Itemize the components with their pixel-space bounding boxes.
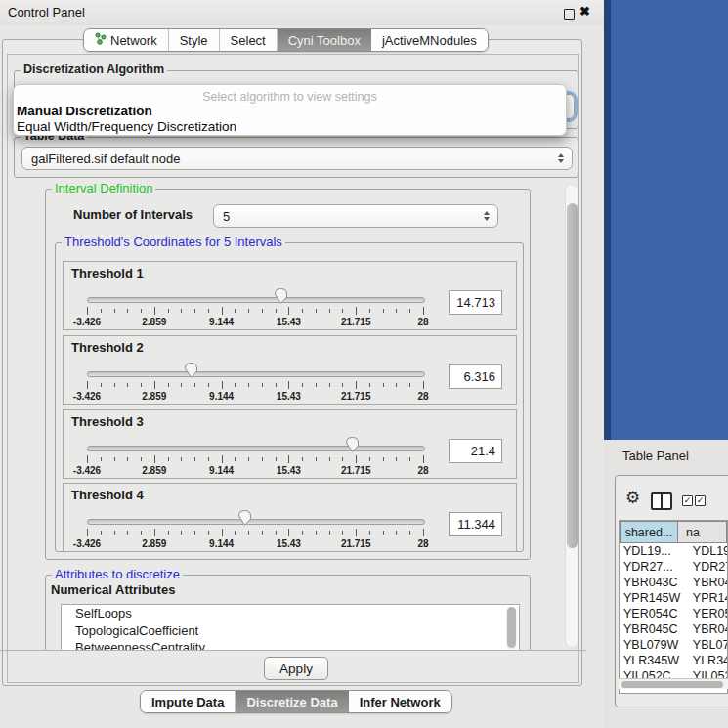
vertical-scrollbar-thumb[interactable] [567, 203, 578, 548]
tick-mark [114, 531, 115, 535]
tick-mark [101, 457, 102, 461]
tab-select[interactable]: Select [220, 29, 278, 51]
tab-label: Cyni Toolbox [288, 33, 361, 48]
tick-mark [316, 457, 317, 461]
tick-label: -3.426 [73, 391, 101, 402]
threshold-slider-track[interactable] [87, 371, 425, 377]
table-row[interactable]: YER054CYER054C [620, 606, 727, 621]
tick-label: 9.144 [209, 391, 234, 402]
close-icon[interactable]: ✖ [579, 4, 590, 19]
tick-mark [342, 531, 343, 535]
tick-mark [87, 455, 88, 463]
attribute-list-item[interactable]: BetweennessCentrality [62, 639, 519, 651]
table-row[interactable]: YLR345WYLR345W [620, 653, 727, 668]
threshold-slider-track[interactable] [87, 446, 425, 451]
tick-mark [222, 455, 223, 463]
tick-label: -3.426 [73, 317, 101, 327]
list-scrollbar-thumb[interactable] [507, 607, 516, 648]
tick-mark [423, 529, 424, 536]
table-data-selected-value: galFiltered.sif default node [31, 151, 180, 166]
tick-mark [262, 309, 263, 313]
tick-mark [168, 383, 169, 387]
table-data-combobox[interactable]: galFiltered.sif default node [21, 147, 573, 170]
tick-mark [208, 457, 209, 461]
tab-impute-data[interactable]: Impute Data [141, 691, 236, 712]
table-row[interactable]: YBR043CYBR043C [620, 575, 727, 590]
cell-shared-name: YBR045C [620, 622, 687, 636]
apply-button[interactable]: Apply [264, 657, 328, 680]
table-row[interactable]: YBL079WYBL079W [620, 637, 727, 653]
tick-mark [409, 309, 410, 313]
tick-mark [114, 457, 115, 461]
table-row[interactable]: YPR145WYPR145W [620, 590, 727, 606]
tab-network[interactable]: Network [84, 29, 169, 51]
table-row[interactable]: YBR045CYBR045C [620, 621, 727, 637]
gear-icon[interactable]: ⚙ [625, 490, 640, 506]
tick-label: 15.43 [277, 391, 301, 402]
tick-mark [141, 531, 142, 535]
tick-mark [262, 531, 263, 535]
threshold-slider-track[interactable] [87, 519, 425, 525]
interval-definition-title: Interval Definition [52, 182, 155, 195]
algorithm-option[interactable]: Equal Width/Frequency Discretization [17, 119, 236, 134]
tab-style[interactable]: Style [169, 29, 220, 51]
tick-mark [369, 531, 370, 535]
tick-mark [423, 381, 424, 389]
tab-infer-network[interactable]: Infer Network [349, 691, 451, 712]
table-header-row: shared... na [620, 521, 727, 543]
threshold-slider-track[interactable] [87, 297, 425, 303]
tab-cyni-toolbox[interactable]: Cyni Toolbox [278, 29, 371, 51]
tick-mark [101, 531, 102, 535]
tab-label: Discretize Data [246, 695, 337, 709]
table-row[interactable]: YDL19...YDL19... [620, 543, 727, 559]
combo-stepper-icon[interactable] [484, 211, 490, 221]
bottom-tab-bar: Impute DataDiscretize DataInfer Network [140, 690, 452, 713]
table-row[interactable]: YDR27...YDR27... [620, 559, 727, 575]
tick-mark [423, 455, 424, 463]
popup-hint-text: Select algorithm to view settings [14, 90, 566, 104]
tick-mark [235, 457, 236, 461]
tick-mark [127, 383, 128, 387]
threshold-value-field[interactable]: 21.4 [449, 439, 502, 463]
threshold-value-field[interactable]: 14.713 [449, 290, 502, 315]
tick-mark [316, 383, 317, 387]
cell-name: YBL079W [687, 638, 727, 652]
algorithm-option[interactable]: Manual Discretization [17, 104, 152, 118]
horizontal-scrollbar-thumb[interactable] [621, 681, 723, 688]
float-window-icon[interactable] [564, 9, 575, 20]
tick-label: 28 [417, 538, 428, 549]
attribute-list-item[interactable]: SelfLoops [62, 605, 519, 622]
column-header-shared-name[interactable]: shared... [620, 521, 678, 543]
threshold-value-field[interactable]: 6.316 [449, 364, 502, 389]
threshold-slider-thumb[interactable] [274, 287, 288, 305]
tick-mark [87, 381, 88, 389]
checkbox-icon[interactable]: ✓ [695, 495, 706, 506]
threshold-slider-thumb[interactable] [184, 362, 198, 379]
table-body: YDL19...YDL19...YDR27...YDR27...YBR043CY… [620, 543, 727, 684]
tick-mark [127, 457, 128, 461]
tab-discretize-data[interactable]: Discretize Data [236, 691, 348, 712]
column-header-name[interactable]: na [678, 521, 727, 543]
tick-mark [383, 457, 384, 461]
columns-icon[interactable] [651, 492, 672, 510]
tick-mark [288, 455, 289, 463]
tick-mark [194, 383, 195, 387]
tick-mark [248, 531, 249, 535]
threshold-value-field[interactable]: 11.344 [449, 512, 502, 536]
tick-label: 15.43 [277, 317, 301, 327]
tab-jactivemnodules[interactable]: jActiveMNodules [371, 29, 488, 51]
attribute-list-item[interactable]: TopologicalCoefficient [62, 622, 519, 640]
combo-stepper-icon[interactable] [558, 153, 564, 163]
tick-mark [383, 383, 384, 387]
tick-mark [194, 309, 195, 313]
tick-mark [369, 457, 370, 461]
tick-label: 21.715 [341, 317, 371, 327]
threshold-slider-thumb[interactable] [345, 436, 360, 453]
checkbox-icon[interactable]: ✓ [682, 495, 693, 506]
threshold-slider-thumb[interactable] [237, 509, 252, 527]
tick-mark [409, 531, 410, 535]
threshold-panel: Threshold 3-3.4262.8599.14415.4321.71528… [63, 409, 517, 479]
table-panel: Table Panel ⚙ ✓ ✓ shared... na YDL19...Y… [604, 440, 728, 728]
threshold-label: Threshold 4 [71, 488, 144, 502]
number-of-intervals-combobox[interactable]: 5 [213, 204, 498, 228]
